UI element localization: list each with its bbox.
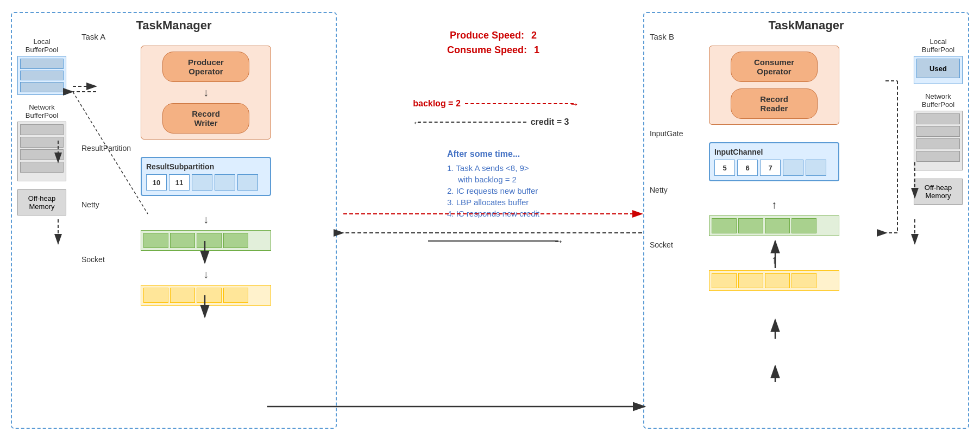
rp-label-text: ResultPartition bbox=[81, 144, 131, 153]
right-nbp-row4 bbox=[916, 151, 960, 162]
slot-empty-2 bbox=[215, 174, 235, 191]
right-offheap-box: Off-heap Memory bbox=[914, 179, 963, 205]
credit-label: credit = 3 bbox=[531, 117, 569, 127]
slot-empty-3 bbox=[237, 174, 258, 191]
left-socket-cell1 bbox=[143, 288, 168, 303]
slot-empty-1 bbox=[192, 174, 212, 191]
right-local-buffer-pool: LocalBufferPool Used bbox=[914, 37, 963, 84]
up-arrow-netty-right: ↑ bbox=[771, 199, 777, 211]
produce-speed-label: Produce Speed: bbox=[450, 30, 524, 41]
result-subpartition-box: ResultSubpartition 10 11 bbox=[141, 157, 271, 196]
left-socket-label-container: Socket bbox=[81, 255, 105, 264]
down-arrow-producer: ↓ bbox=[203, 86, 209, 99]
right-task-manager: TaskManager Task B ConsumerOperator Reco… bbox=[643, 12, 969, 429]
right-socket-cell1 bbox=[712, 273, 737, 288]
left-local-bp-label: Local BufferPool bbox=[26, 37, 58, 54]
right-local-bp-box: Used bbox=[914, 56, 963, 84]
middle-section: Produce Speed: 2 Consume Speed: 1 backlo… bbox=[342, 12, 644, 429]
produce-speed-line: Produce Speed: 2 bbox=[447, 28, 539, 43]
right-netty-label-container: Netty bbox=[650, 186, 668, 194]
right-buffer-pools: LocalBufferPool Used NetworkBufferPool bbox=[908, 32, 968, 428]
left-buffer-pools: Local BufferPool Network BufferPool bbox=[12, 32, 72, 428]
left-netty-cell1 bbox=[143, 233, 168, 248]
record-writer-box: RecordWriter bbox=[162, 103, 249, 134]
right-network-bp-box bbox=[914, 111, 963, 170]
right-netty-cell1 bbox=[712, 218, 737, 233]
left-lbp-row2 bbox=[20, 71, 64, 81]
left-local-buffer-pool: Local BufferPool bbox=[17, 37, 66, 95]
task-b-box: ConsumerOperator RecordReader bbox=[709, 46, 839, 125]
left-nbp-row1 bbox=[20, 124, 64, 135]
left-network-bp-label: Network BufferPool bbox=[26, 103, 58, 119]
step1: 1. Task A sends <8, 9> bbox=[447, 163, 539, 173]
task-a-area: Task A ProducerOperator ↓ RecordWriter R… bbox=[76, 32, 336, 428]
left-netty-cell2 bbox=[170, 233, 195, 248]
left-socket-label-text: Socket bbox=[81, 255, 105, 264]
right-local-bp-label: LocalBufferPool bbox=[922, 37, 954, 54]
inputgate-label-container: InputGate bbox=[650, 129, 683, 138]
left-offheap-box: Off-heap Memory bbox=[17, 189, 66, 215]
right-socket-cell4 bbox=[791, 273, 816, 288]
right-offheap: Off-heap Memory bbox=[914, 179, 963, 205]
slot-ic-empty2 bbox=[806, 160, 826, 176]
left-nbp-row4 bbox=[20, 162, 64, 173]
step1b: with backlog = 2 bbox=[458, 175, 539, 184]
left-task-manager: TaskManager Local BufferPool Network Buf… bbox=[11, 12, 337, 429]
right-netty-label-text: Netty bbox=[650, 186, 668, 194]
left-netty-row bbox=[141, 230, 271, 251]
left-nbp-row2 bbox=[20, 137, 64, 148]
left-socket-cell2 bbox=[170, 288, 195, 303]
credit-row: ← credit = 3 bbox=[418, 117, 569, 127]
left-network-bp-box bbox=[17, 122, 66, 181]
step2: 2. IC requests new buffer bbox=[447, 186, 539, 195]
left-network-buffer-pool: Network BufferPool bbox=[17, 103, 66, 181]
right-socket-cell3 bbox=[765, 273, 790, 288]
left-socket-row bbox=[141, 285, 271, 306]
producer-operator-box: ProducerOperator bbox=[162, 52, 249, 82]
task-b-area: Task B ConsumerOperator RecordReader Inp… bbox=[644, 32, 904, 428]
ic-title: InputChannel bbox=[714, 148, 834, 156]
right-tm-title: TaskManager bbox=[769, 18, 844, 33]
slot-6: 6 bbox=[737, 160, 758, 176]
up-arrow-socket-right: ↑ bbox=[771, 253, 777, 266]
left-nbp-row3 bbox=[20, 149, 64, 160]
backlog-dashed-line: → bbox=[465, 103, 574, 104]
right-socket-row bbox=[709, 270, 839, 291]
message-box: After some time... 1. Task A sends <8, 9… bbox=[444, 147, 542, 221]
task-a-box: ProducerOperator ↓ RecordWriter bbox=[141, 46, 271, 139]
right-socket-label-text: Socket bbox=[650, 240, 673, 249]
right-offheap-label: Off-heap Memory bbox=[925, 183, 952, 200]
task-a-label: Task A bbox=[81, 32, 105, 41]
right-netty-row bbox=[709, 215, 839, 236]
left-netty-cell4 bbox=[223, 233, 248, 248]
rsp-title: ResultSubpartition bbox=[146, 162, 266, 171]
left-offheap-label: Off-heap Memory bbox=[28, 194, 55, 211]
consume-speed-value: 1 bbox=[534, 45, 539, 55]
right-nbp-row3 bbox=[916, 138, 960, 149]
left-local-bp-box bbox=[17, 56, 66, 95]
step4: 4. IC responds new credit bbox=[447, 209, 539, 218]
socket-solid-line: → bbox=[428, 240, 558, 242]
used-label-text: Used bbox=[929, 65, 947, 73]
right-network-buffer-pool: NetworkBufferPool bbox=[914, 92, 963, 170]
left-lbp-row3 bbox=[20, 82, 64, 92]
record-reader-box: RecordReader bbox=[731, 88, 818, 119]
right-netty-cell4 bbox=[791, 218, 816, 233]
input-channel-container: InputChannel 5 6 7 bbox=[709, 142, 839, 181]
left-offheap: Off-heap Memory bbox=[17, 189, 66, 215]
ic-slots: 5 6 7 bbox=[714, 160, 834, 176]
slot-5: 5 bbox=[714, 160, 735, 176]
step3: 3. LBP allocates buffer bbox=[447, 198, 539, 207]
right-nbp-row1 bbox=[916, 113, 960, 124]
task-b-label: Task B bbox=[650, 32, 674, 41]
slot-ic-empty bbox=[783, 160, 803, 176]
left-socket-cell3 bbox=[197, 288, 222, 303]
diagram-wrapper: TaskManager Local BufferPool Network Buf… bbox=[7, 8, 973, 436]
left-netty-cell3 bbox=[197, 233, 222, 248]
right-socket-cell2 bbox=[738, 273, 763, 288]
backlog-row: backlog = 2 → bbox=[413, 99, 574, 109]
after-label: After some time... bbox=[447, 149, 539, 159]
right-netty-cell2 bbox=[738, 218, 763, 233]
down-arrow-netty-left: ↓ bbox=[203, 213, 209, 226]
rsp-slots: 10 11 bbox=[146, 174, 266, 191]
